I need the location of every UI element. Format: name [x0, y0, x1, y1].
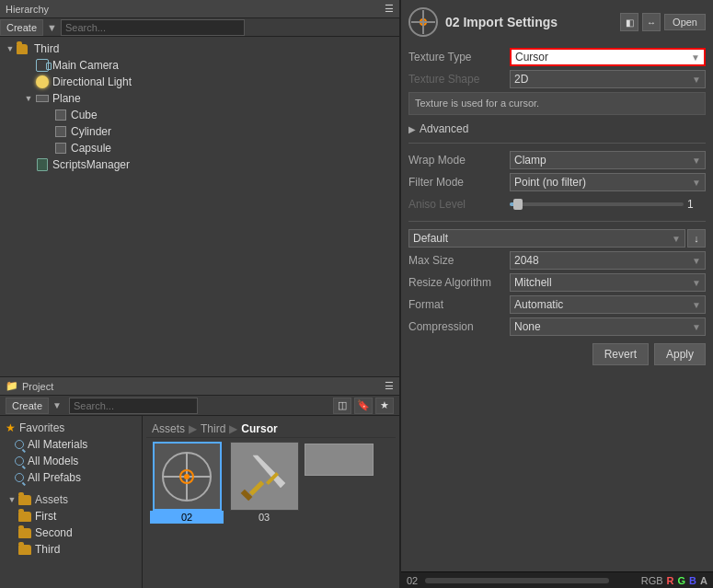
breadcrumb-sep1: ▶: [189, 422, 197, 435]
hierarchy-item-plane[interactable]: ▼ Plane: [0, 90, 399, 107]
asset-folder-icon: [18, 528, 31, 538]
aniso-slider-container: 1: [510, 198, 706, 211]
folder-icon: [17, 41, 31, 56]
object-icon: [53, 141, 68, 156]
search-mini-icon: [15, 440, 24, 449]
breadcrumb-assets[interactable]: Assets: [152, 422, 185, 435]
asset-folder-icon: [18, 512, 31, 522]
camera-icon: [35, 58, 50, 73]
divider1: [408, 143, 706, 144]
hierarchy-create-button[interactable]: Create: [0, 19, 43, 36]
texture-shape-dropdown[interactable]: 2D ▼: [510, 70, 706, 88]
platform-bar: Default ▼ ↓: [408, 229, 706, 248]
sword-icon-svg: [239, 451, 290, 502]
hierarchy-item-scripts-manager[interactable]: ScriptsManager: [0, 156, 399, 173]
filter-mode-row: Filter Mode Point (no filter) ▼: [408, 173, 706, 191]
platform-label: Default: [413, 232, 448, 245]
project-title: Project: [22, 381, 53, 392]
texture-shape-value: 2D ▼: [510, 70, 706, 88]
breadcrumb-sep2: ▶: [229, 422, 237, 435]
project-search-input[interactable]: [69, 398, 198, 414]
hierarchy-item-directional-light[interactable]: Directional Light: [0, 74, 399, 90]
project-menu-icon[interactable]: ☰: [385, 380, 394, 392]
hierarchy-tree: ▼ Third Main Camera Directi: [0, 37, 399, 376]
texture-type-dropdown[interactable]: Cursor ▼: [510, 48, 706, 66]
project-toolbar: Create ▼ ◫ 🔖 ★: [0, 396, 399, 416]
hierarchy-item-main-camera[interactable]: Main Camera: [0, 57, 399, 74]
asset-label-02: 02: [150, 511, 224, 524]
fav-item-label: All Prefabs: [28, 471, 81, 484]
project-create-button[interactable]: Create: [6, 398, 49, 414]
resize-dropdown[interactable]: Mitchell ▼: [510, 273, 706, 292]
asset-item-label: First: [35, 510, 56, 523]
format-label: Format: [408, 298, 510, 311]
hierarchy-item-label: Main Camera: [52, 59, 119, 72]
dropdown-arrow: ▼: [692, 322, 701, 332]
wrap-mode-dropdown[interactable]: Clamp ▼: [510, 151, 706, 169]
compression-dropdown[interactable]: None ▼: [510, 317, 706, 336]
wrap-mode-label: Wrap Mode: [408, 154, 510, 167]
fav-all-models[interactable]: All Models: [0, 453, 142, 469]
platform-download-button[interactable]: ↓: [687, 229, 706, 248]
favorites-header[interactable]: ★ Favorites: [0, 420, 142, 436]
import-icon: [408, 7, 438, 37]
dropdown-arrow: ▼: [672, 234, 681, 244]
dropdown-arrow: ▼: [692, 178, 701, 188]
project-btn3[interactable]: ★: [375, 398, 394, 414]
project-btn2[interactable]: 🔖: [354, 398, 373, 414]
import-title-bar: 02 Import Settings ◧ ↔ Open: [408, 7, 706, 37]
filter-mode-label: Filter Mode: [408, 176, 510, 189]
assets-grid: 02: [146, 438, 396, 527]
svg-rect-7: [248, 480, 263, 495]
hierarchy-menu-icon[interactable]: ☰: [385, 3, 394, 15]
assets-header[interactable]: ▼ Assets: [0, 491, 142, 508]
wrap-mode-row: Wrap Mode Clamp ▼: [408, 151, 706, 169]
project-main: Assets ▶ Third ▶ Cursor: [143, 416, 399, 588]
project-sidebar: ★ Favorites All Materials All Models All…: [0, 416, 143, 588]
hierarchy-item-label: Capsule: [71, 142, 111, 155]
advanced-label: Advanced: [420, 122, 468, 135]
hierarchy-item-third[interactable]: ▼ Third: [0, 40, 399, 57]
inspector-btn2[interactable]: ↔: [642, 13, 661, 31]
dropdown-arrow: ▼: [692, 256, 701, 266]
hierarchy-header: Hierarchy ☰: [0, 0, 399, 18]
open-button[interactable]: Open: [664, 14, 706, 30]
resize-row: Resize Algorithm Mitchell ▼: [408, 273, 706, 292]
advanced-section-header[interactable]: ▶ Advanced: [408, 122, 706, 135]
hierarchy-item-cylinder[interactable]: Cylinder: [0, 123, 399, 140]
texture-shape-label: Texture Shape: [408, 73, 510, 86]
hierarchy-item-cube[interactable]: Cube: [0, 107, 399, 123]
breadcrumb-cursor: Cursor: [241, 422, 277, 435]
hierarchy-item-label: Cube: [71, 109, 98, 121]
assets-label: Assets: [35, 493, 68, 506]
revert-button[interactable]: Revert: [592, 343, 649, 365]
aniso-level-row: Aniso Level 1: [408, 195, 706, 213]
asset-first[interactable]: First: [0, 508, 142, 525]
fav-all-prefabs[interactable]: All Prefabs: [0, 469, 142, 486]
asset-third[interactable]: Third: [0, 541, 142, 558]
action-buttons: Revert Apply: [408, 343, 706, 365]
project-btn1[interactable]: ◫: [333, 398, 351, 414]
apply-button[interactable]: Apply: [654, 343, 706, 365]
hierarchy-item-label: Cylinder: [71, 125, 111, 138]
aniso-value: 1: [687, 198, 706, 211]
search-mini-icon: [15, 473, 24, 482]
asset-tile-partial[interactable]: [305, 444, 374, 476]
hierarchy-search-input[interactable]: [61, 19, 245, 36]
format-dropdown[interactable]: Automatic ▼: [510, 295, 706, 314]
max-size-dropdown[interactable]: 2048 ▼: [510, 251, 706, 270]
resize-selected: Mitchell: [514, 276, 552, 289]
breadcrumb-third[interactable]: Third: [201, 422, 225, 435]
aniso-slider-track[interactable]: [510, 202, 684, 206]
asset-tile-02[interactable]: 02: [150, 442, 224, 524]
fav-item-label: All Materials: [28, 438, 87, 451]
asset-tile-03[interactable]: 03: [227, 442, 301, 524]
platform-dropdown[interactable]: Default ▼: [408, 229, 685, 248]
svg-point-4: [184, 474, 190, 479]
asset-second[interactable]: Second: [0, 525, 142, 541]
inspector-btn1[interactable]: ◧: [620, 13, 638, 31]
filter-mode-dropdown[interactable]: Point (no filter) ▼: [510, 173, 706, 191]
hierarchy-item-capsule[interactable]: Capsule: [0, 140, 399, 156]
project-body: ★ Favorites All Materials All Models All…: [0, 416, 399, 588]
fav-all-materials[interactable]: All Materials: [0, 436, 142, 453]
